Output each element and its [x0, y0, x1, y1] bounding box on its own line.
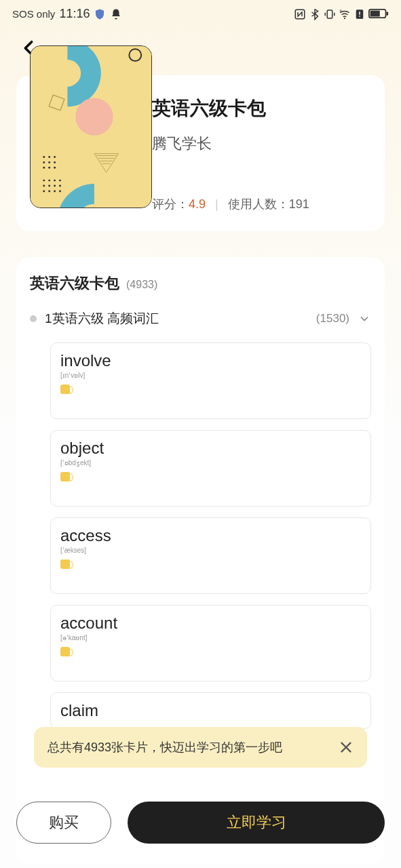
svg-point-32 [48, 190, 50, 192]
meta-divider: | [215, 197, 218, 212]
phonetic-text: [ˈɒbdʒekt] [60, 459, 361, 467]
word-text: access [60, 526, 361, 545]
deck-title: 英语六级卡包 [152, 96, 371, 121]
svg-point-25 [54, 180, 56, 182]
phonetic-text: [əˈkaʊnt] [60, 634, 361, 642]
svg-point-26 [59, 180, 61, 182]
nfc-icon [294, 8, 306, 20]
svg-rect-8 [370, 10, 380, 16]
bottom-bar: 购买 立即学习 [16, 802, 385, 844]
study-button[interactable]: 立即学习 [128, 802, 385, 844]
users-label: 使用人数： [228, 197, 289, 211]
svg-point-18 [48, 161, 50, 163]
users-value: 191 [289, 197, 309, 211]
svg-point-30 [59, 185, 61, 187]
group-row[interactable]: 1英语六级 高频词汇 (1530) [30, 310, 371, 332]
svg-point-21 [48, 167, 50, 169]
svg-point-23 [43, 180, 45, 182]
word-card[interactable]: access [ˈækses] [50, 517, 371, 594]
svg-point-24 [48, 180, 50, 182]
wifi-icon: 6 [339, 8, 351, 20]
word-text: account [60, 614, 361, 633]
word-card[interactable]: object [ˈɒbdʒekt] [50, 430, 371, 507]
bullet-icon [30, 315, 37, 322]
svg-point-31 [43, 190, 45, 192]
sim-alert-icon [354, 8, 366, 20]
svg-point-27 [43, 185, 45, 187]
speaker-icon[interactable] [60, 384, 70, 394]
svg-rect-5 [359, 12, 360, 15]
group-title: 1英语六级 高频词汇 [45, 310, 308, 328]
svg-point-20 [43, 167, 45, 169]
word-text: involve [60, 351, 361, 370]
deck-cover [30, 45, 152, 208]
chevron-down-icon [358, 312, 371, 326]
cards-section: 英语六级卡包 (4933) 1英语六级 高频词汇 (1530) involve … [16, 257, 385, 865]
toast-text: 总共有4933张卡片，快迈出学习的第一步吧 [47, 739, 282, 755]
svg-point-34 [59, 190, 61, 192]
word-card[interactable]: account [əˈkaʊnt] [50, 605, 371, 682]
status-bar: SOS only 11:16 6 [0, 0, 401, 25]
svg-point-17 [43, 161, 45, 163]
phonetic-text: [ɪnˈvɒlv] [60, 372, 361, 379]
svg-point-11 [75, 98, 113, 135]
svg-point-16 [54, 156, 56, 158]
svg-point-22 [54, 167, 56, 169]
battery-icon [368, 9, 389, 20]
word-card[interactable]: involve [ɪnˈvɒlv] [50, 342, 371, 419]
section-header: 英语六级卡包 (4933) [30, 273, 371, 294]
speaker-icon[interactable] [60, 559, 70, 569]
section-title: 英语六级卡包 [30, 273, 119, 294]
svg-point-29 [54, 185, 56, 187]
svg-point-28 [48, 185, 50, 187]
clock: 11:16 [59, 7, 90, 21]
deck-author: 腾飞学长 [152, 134, 371, 154]
svg-text:6: 6 [340, 9, 343, 13]
svg-point-14 [43, 156, 45, 158]
speaker-icon[interactable] [60, 472, 70, 481]
carrier-text: SOS only [12, 8, 55, 20]
bluetooth-icon [309, 8, 321, 20]
phonetic-text: [ˈækses] [60, 547, 361, 554]
buy-button[interactable]: 购买 [16, 802, 111, 844]
shield-icon [94, 8, 106, 20]
svg-point-19 [54, 161, 56, 163]
svg-rect-1 [327, 10, 332, 18]
word-text: object [60, 439, 361, 458]
status-left: SOS only 11:16 [12, 7, 122, 21]
deck-meta: 评分：4.9 | 使用人数：191 [152, 196, 371, 212]
vibrate-icon [324, 8, 336, 20]
rating-value: 4.9 [189, 197, 206, 211]
section-count: (4933) [126, 279, 157, 291]
close-icon[interactable] [339, 740, 354, 755]
toast-banner: 总共有4933张卡片，快迈出学习的第一步吧 [34, 727, 367, 768]
word-text: claim [60, 701, 361, 720]
group-count: (1530) [316, 312, 349, 326]
speaker-icon[interactable] [60, 647, 70, 656]
status-right: 6 [294, 8, 389, 20]
bell-icon [110, 8, 122, 20]
svg-point-2 [344, 17, 345, 18]
rating-label: 评分： [152, 197, 189, 211]
svg-point-33 [54, 190, 56, 192]
word-card[interactable]: claim [50, 692, 371, 729]
svg-point-15 [48, 156, 50, 158]
deck-header-card: 英语六级卡包 腾飞学长 评分：4.9 | 使用人数：191 [16, 75, 385, 231]
svg-rect-6 [359, 16, 360, 17]
svg-rect-9 [386, 12, 388, 15]
